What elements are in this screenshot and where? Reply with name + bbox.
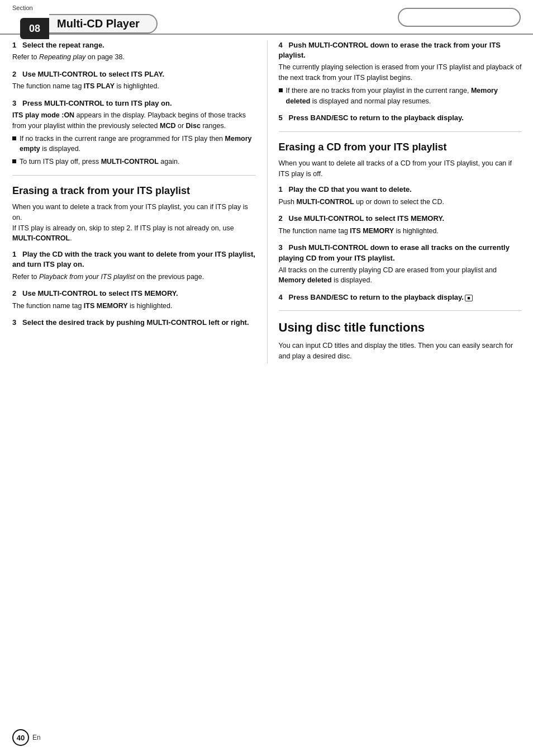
- erasing-cd-section: Erasing a CD from your ITS playlist When…: [279, 141, 522, 303]
- right-step-4-bullet-1-text: If there are no tracks from your playlis…: [286, 86, 522, 107]
- track-step-3: 3 Select the desired track by pushing MU…: [12, 318, 256, 328]
- track-step-1-heading: 1 Play the CD with the track you want to…: [12, 249, 256, 270]
- footer: 40 En: [12, 729, 41, 746]
- disc-title-heading: Using disc title functions: [279, 320, 522, 336]
- right-column: 4 Push MULTI-CONTROL down to erase the t…: [268, 40, 522, 363]
- step-1-body: Refer to Repeating play on page 38.: [12, 52, 256, 63]
- track-step-2-body: The function name tag ITS MEMORY is high…: [12, 301, 256, 311]
- cd-step-3-heading: 3 Push MULTI-CONTROL down to erase all t…: [279, 243, 522, 263]
- step-3-heading: 3 Press MULTI-CONTROL to turn ITS play o…: [12, 98, 256, 108]
- left-step-1: 1 Select the repeat range. Refer to Repe…: [12, 40, 256, 63]
- language-label: En: [32, 734, 41, 741]
- erasing-cd-heading: Erasing a CD from your ITS playlist: [279, 141, 522, 154]
- step-3-bullet-2-text: To turn ITS play off, press MULTI-CONTRO…: [20, 157, 179, 167]
- right-step-4: 4 Push MULTI-CONTROL down to erase the t…: [279, 40, 522, 106]
- right-step-4-bullet-1: If there are no tracks from your playlis…: [279, 86, 522, 107]
- step-3-bullet-2: To turn ITS play off, press MULTI-CONTRO…: [12, 157, 256, 167]
- divider-2: [279, 131, 522, 132]
- left-step-2: 2 Use MULTI-CONTROL to select ITS PLAY. …: [12, 69, 256, 92]
- track-step-1-body: Refer to Playback from your ITS playlist…: [12, 272, 256, 282]
- right-step-4-heading: 4 Push MULTI-CONTROL down to erase the t…: [279, 40, 522, 60]
- step-3-bullet-1-text: If no tracks in the current range are pr…: [20, 134, 256, 155]
- right-step-4-body: The currently playing selection is erase…: [279, 62, 522, 83]
- disc-title-section: Using disc title functions You can input…: [279, 320, 522, 361]
- cd-step-2-heading: 2 Use MULTI-CONTROL to select ITS MEMORY…: [279, 214, 522, 224]
- page-container: Section 08 Multi-CD Player 1 Select the …: [0, 0, 533, 756]
- left-step-3: 3 Press MULTI-CONTROL to turn ITS play o…: [12, 98, 256, 167]
- left-column: 1 Select the repeat range. Refer to Repe…: [12, 40, 268, 363]
- erasing-track-intro: When you want to delete a track from you…: [12, 202, 256, 244]
- right-step-5-heading: 5 Press BAND/ESC to return to the playba…: [279, 113, 522, 123]
- disc-title-intro: You can input CD titles and display the …: [279, 341, 522, 362]
- section-title: Multi-CD Player: [49, 14, 158, 34]
- track-step-3-heading: 3 Select the desired track by pushing MU…: [12, 318, 256, 328]
- bullet-icon: [12, 159, 16, 163]
- cd-step-1-body: Push MULTI-CONTROL up or down to select …: [279, 197, 522, 207]
- cd-step-2-body: The function name tag ITS MEMORY is high…: [279, 226, 522, 237]
- step-1-heading: 1 Select the repeat range.: [12, 40, 256, 50]
- page-number: 40: [12, 729, 29, 746]
- track-step-2-heading: 2 Use MULTI-CONTROL to select ITS MEMORY…: [12, 289, 256, 299]
- step-3-bullet-1: If no tracks in the current range are pr…: [12, 134, 256, 155]
- cd-step-2: 2 Use MULTI-CONTROL to select ITS MEMORY…: [279, 214, 522, 236]
- main-content: 1 Select the repeat range. Refer to Repe…: [0, 35, 533, 375]
- track-step-1: 1 Play the CD with the track you want to…: [12, 249, 256, 282]
- cd-step-3: 3 Push MULTI-CONTROL down to erase all t…: [279, 243, 522, 286]
- end-marker: ■: [465, 295, 473, 301]
- step-3-body: ITS play mode :ON appears in the display…: [12, 110, 256, 131]
- step-2-body: The function name tag ITS PLAY is highli…: [12, 81, 256, 92]
- erasing-track-section: Erasing a track from your ITS playlist W…: [12, 185, 256, 328]
- header-right-pill: [398, 8, 521, 27]
- track-step-2: 2 Use MULTI-CONTROL to select ITS MEMORY…: [12, 289, 256, 311]
- erasing-track-heading: Erasing a track from your ITS playlist: [12, 185, 256, 197]
- bullet-icon: [279, 88, 283, 92]
- cd-step-4: 4 Press BAND/ESC to return to the playba…: [279, 292, 522, 303]
- bullet-icon: [12, 136, 16, 140]
- cd-step-1-heading: 1 Play the CD that you want to delete.: [279, 185, 522, 195]
- cd-step-3-body: All tracks on the currently playing CD a…: [279, 265, 522, 286]
- step-2-heading: 2 Use MULTI-CONTROL to select ITS PLAY.: [12, 69, 256, 79]
- right-step-5: 5 Press BAND/ESC to return to the playba…: [279, 113, 522, 123]
- cd-step-1: 1 Play the CD that you want to delete. P…: [279, 185, 522, 207]
- cd-step-4-heading: 4 Press BAND/ESC to return to the playba…: [279, 292, 522, 303]
- section-number: 08: [20, 18, 49, 39]
- divider-1: [12, 175, 256, 176]
- erasing-cd-intro: When you want to delete all tracks of a …: [279, 158, 522, 179]
- divider-3: [279, 310, 522, 311]
